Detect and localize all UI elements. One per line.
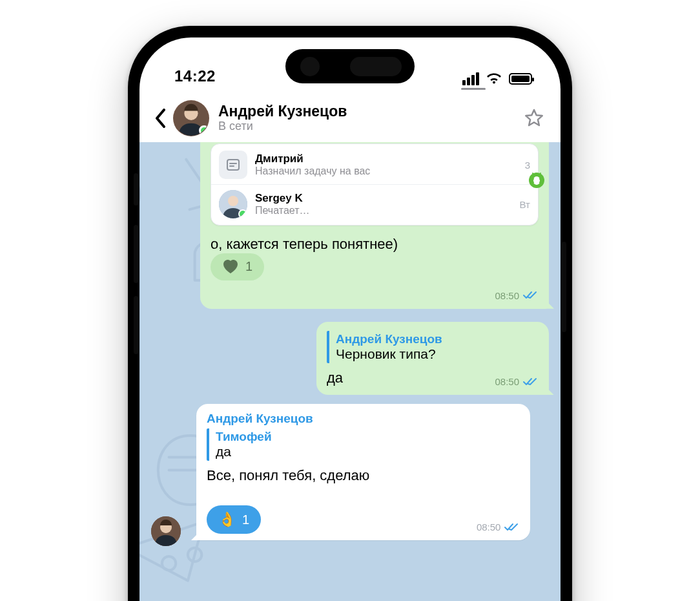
reply-quote[interactable]: Андрей Кузнецов Черновик типа? (327, 331, 539, 363)
embedded-preview: Дмитрий Назначил задачу на вас 3 (211, 143, 539, 226)
wifi-icon (486, 72, 502, 85)
quote-text: да (216, 444, 520, 459)
embed-name: Дмитрий (255, 153, 517, 165)
reply-quote[interactable]: Тимофей да (207, 428, 520, 461)
volume-down (134, 296, 138, 354)
read-checks-icon (504, 523, 520, 532)
reaction-badge[interactable]: 1 (211, 253, 264, 280)
contact-avatar[interactable] (173, 100, 209, 136)
embed-row: Sergey K Печатает… Вт (211, 184, 538, 224)
mute-switch (134, 173, 138, 206)
embed-sub: Назначил задачу на вас (255, 165, 517, 177)
read-checks-icon (523, 377, 539, 386)
svg-rect-10 (227, 160, 239, 170)
contact-name: Андрей Кузнецов (218, 103, 520, 120)
quote-sender: Тимофей (216, 430, 520, 444)
dynamic-island (285, 49, 415, 83)
read-checks-icon (523, 291, 539, 300)
message-outgoing[interactable]: Дмитрий Назначил задачу на вас 3 (200, 142, 549, 309)
quote-sender: Андрей Кузнецов (336, 332, 539, 346)
screen: 14:22 Андрей Кузнецов В сети (139, 37, 561, 601)
embed-sub: Печатает… (255, 205, 512, 216)
svg-rect-15 (533, 176, 540, 185)
reaction-count: 1 (245, 259, 252, 274)
message-sender: Андрей Кузнецов (207, 412, 520, 426)
sender-avatar[interactable] (151, 516, 181, 546)
battery-icon (509, 73, 532, 85)
online-indicator (199, 125, 209, 136)
message-time: 08:50 (495, 376, 519, 387)
message-time: 08:50 (477, 522, 501, 532)
embed-name: Sergey K (255, 192, 512, 205)
message-incoming[interactable]: Андрей Кузнецов Тимофей да Все, понял те… (196, 404, 530, 540)
message-time: 08:50 (495, 290, 519, 301)
phone-frame: 14:22 Андрей Кузнецов В сети (128, 26, 572, 601)
embed-avatar (219, 190, 247, 218)
reaction-badge[interactable]: 👌 1 (207, 505, 261, 534)
quote-text: Черновик типа? (336, 346, 539, 362)
embed-right: Вт (520, 199, 530, 210)
message-text: да (327, 368, 343, 388)
heart-icon (222, 259, 239, 275)
embed-badge: 3 (525, 160, 530, 171)
message-outgoing[interactable]: Андрей Кузнецов Черновик типа? да 08:50 (316, 322, 549, 395)
chat-header: Андрей Кузнецов В сети (139, 94, 561, 142)
volume-up (134, 225, 138, 283)
svg-point-13 (239, 210, 247, 218)
status-time: 14:22 (174, 67, 216, 85)
svg-point-8 (162, 556, 176, 570)
svg-point-12 (228, 196, 238, 206)
reaction-count: 1 (242, 512, 249, 527)
status-icons (462, 72, 532, 85)
power-button (562, 242, 566, 332)
favorite-button[interactable] (520, 105, 548, 132)
bug-icon (528, 171, 546, 189)
ok-hand-icon: 👌 (218, 511, 236, 528)
message-text: о, кажется теперь понятнее) (211, 235, 539, 254)
chevron-left-icon (154, 109, 166, 128)
contact-status: В сети (218, 120, 520, 133)
embed-row: Дмитрий Назначил задачу на вас 3 (211, 145, 538, 184)
star-icon (524, 108, 544, 129)
task-icon (219, 151, 247, 179)
message-text: Все, понял тебя, сделаю (207, 466, 520, 485)
back-button[interactable] (149, 104, 172, 132)
chat-body[interactable]: Дмитрий Назначил задачу на вас 3 (139, 142, 561, 601)
cellular-icon (462, 72, 479, 85)
